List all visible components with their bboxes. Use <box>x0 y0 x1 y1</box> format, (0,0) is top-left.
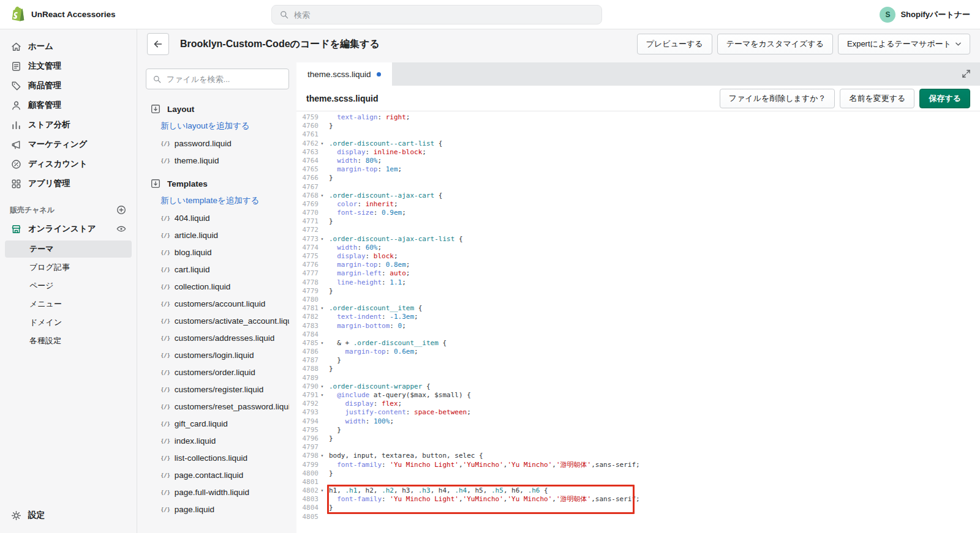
code-line[interactable]: 4797 <box>296 443 980 452</box>
code-text[interactable]: .order-discount__item { <box>326 304 422 313</box>
code-text[interactable]: margin-top: 0.8em; <box>326 261 410 269</box>
code-text[interactable]: display: block; <box>326 252 398 261</box>
tab-theme-scss-liquid[interactable]: theme.scss.liquid <box>296 62 392 86</box>
code-text[interactable]: } <box>326 356 341 365</box>
code-line[interactable]: 4780 <box>296 296 980 304</box>
code-text[interactable]: display: inline-block; <box>326 148 426 157</box>
fold-arrow-icon[interactable]: ▾ <box>318 382 326 391</box>
sidebar-item-apps[interactable]: アプリ管理 <box>5 174 132 193</box>
code-text[interactable]: h1, .h1, h2, .h2, h3, .h3, h4, .h4, h5, … <box>326 486 548 495</box>
sidebar-item-orders[interactable]: 注文管理 <box>5 57 132 75</box>
code-text[interactable]: font-family: 'Yu Mincho Light','YuMincho… <box>326 495 640 504</box>
code-text[interactable] <box>326 374 329 382</box>
code-line[interactable]: 4784 <box>296 330 980 339</box>
eye-icon[interactable] <box>116 223 127 234</box>
code-line[interactable]: 4764 width: 80%; <box>296 157 980 165</box>
code-line[interactable]: 4771} <box>296 217 980 226</box>
file-item[interactable]: {/}theme.liquid <box>146 152 289 169</box>
file-item[interactable]: {/}404.liquid <box>146 209 289 226</box>
code-line[interactable]: 4792 display: flex; <box>296 400 980 408</box>
code-line[interactable]: 4766} <box>296 174 980 182</box>
code-text[interactable]: margin-left: auto; <box>326 269 410 278</box>
add-channel-icon[interactable] <box>116 204 127 215</box>
sidebar-subitem-domains[interactable]: ドメイン <box>5 314 132 331</box>
code-text[interactable] <box>326 478 329 486</box>
code-text[interactable]: display: flex; <box>326 400 402 408</box>
code-text[interactable] <box>326 130 329 139</box>
code-line[interactable]: 4774 width: 60%; <box>296 244 980 252</box>
file-item[interactable]: {/}customers/activate_account.liquid <box>146 312 289 329</box>
code-line[interactable]: 4794 width: 100%; <box>296 417 980 426</box>
code-text[interactable]: text-indent: -1.3em; <box>326 313 418 321</box>
back-button[interactable] <box>147 33 169 55</box>
code-text[interactable]: font-size: 0.9em; <box>326 209 406 217</box>
code-text[interactable]: .order-discount--ajax-cart { <box>326 192 442 200</box>
code-line[interactable]: 4795 } <box>296 426 980 434</box>
file-item[interactable]: {/}customers/addresses.liquid <box>146 329 289 346</box>
code-line[interactable]: 4762▾.order-discount--cart-list { <box>296 140 980 148</box>
file-item[interactable]: {/}article.liquid <box>146 226 289 244</box>
code-text[interactable] <box>326 226 329 234</box>
code-line[interactable]: 4789 <box>296 374 980 382</box>
sidebar-item-customers[interactable]: 顧客管理 <box>5 96 132 114</box>
file-item[interactable]: {/}page.liquid <box>146 501 289 518</box>
fold-arrow-icon[interactable]: ▾ <box>318 486 326 495</box>
file-item[interactable]: {/}customers/register.liquid <box>146 381 289 398</box>
code-text[interactable]: width: 100%; <box>326 417 394 426</box>
preview-button[interactable]: プレビューする <box>637 34 712 54</box>
code-line[interactable]: 4768▾.order-discount--ajax-cart { <box>296 192 980 200</box>
file-item[interactable]: {/}index.liquid <box>146 432 289 449</box>
code-text[interactable]: .order-discount--cart-list { <box>326 140 442 148</box>
file-item[interactable]: {/}customers/reset_password.liquid <box>146 398 289 415</box>
code-text[interactable]: width: 60%; <box>326 244 382 252</box>
code-line[interactable]: 4776 margin-top: 0.8em; <box>296 261 980 269</box>
code-line[interactable]: 4781▾.order-discount__item { <box>296 304 980 313</box>
sidebar-item-products[interactable]: 商品管理 <box>5 76 132 95</box>
code-line[interactable]: 4793 justify-content: space-between; <box>296 408 980 417</box>
code-text[interactable]: } <box>326 217 333 226</box>
code-text[interactable]: } <box>326 122 333 130</box>
sidebar-subitem-themes[interactable]: テーマ <box>5 240 132 258</box>
code-line[interactable]: 4796} <box>296 434 980 443</box>
code-line[interactable]: 4777 margin-left: auto; <box>296 269 980 278</box>
code-text[interactable] <box>326 513 329 521</box>
code-text[interactable] <box>326 443 329 452</box>
code-text[interactable]: margin-bottom: 0; <box>326 322 406 330</box>
code-text[interactable]: justify-content: space-between; <box>326 408 471 417</box>
file-item[interactable]: {/}customers/order.liquid <box>146 363 289 381</box>
code-text[interactable]: } <box>326 434 333 443</box>
sidebar-subitem-menus[interactable]: メニュー <box>5 296 132 313</box>
code-line[interactable]: 4767 <box>296 183 980 192</box>
code-line[interactable]: 4775 display: block; <box>296 252 980 261</box>
code-text[interactable]: } <box>326 504 333 512</box>
sidebar-item-marketing[interactable]: マーケティング <box>5 135 132 154</box>
code-text[interactable]: } <box>326 426 341 434</box>
code-line[interactable]: 4799 font-family: 'Yu Mincho Light','YuM… <box>296 461 980 469</box>
code-line[interactable]: 4791▾ @include at-query($max, $small) { <box>296 391 980 400</box>
expert-support-button[interactable]: Expertによるテーマサポート <box>838 34 970 54</box>
expand-editor-icon[interactable] <box>961 69 971 79</box>
delete-file-button[interactable]: ファイルを削除しますか？ <box>720 89 835 108</box>
code-line[interactable]: 4761 <box>296 130 980 139</box>
fold-arrow-icon[interactable]: ▾ <box>318 452 326 460</box>
file-item[interactable]: {/}collection.liquid <box>146 278 289 295</box>
code-text[interactable]: text-align: right; <box>326 113 410 122</box>
sidebar-item-analytics[interactable]: ストア分析 <box>5 116 132 134</box>
code-line[interactable]: 4759 text-align: right; <box>296 113 980 122</box>
sidebar-item-online-store[interactable]: オンラインストア <box>5 220 132 238</box>
code-text[interactable] <box>326 330 329 339</box>
sidebar-item-settings[interactable]: 設定 <box>5 506 132 524</box>
code-text[interactable]: } <box>326 174 333 182</box>
code-line[interactable]: 4770 font-size: 0.9em; <box>296 209 980 217</box>
file-item[interactable]: {/}customers/account.liquid <box>146 295 289 312</box>
add-templates-link[interactable]: 新しいtemplateを追加する <box>146 192 289 209</box>
code-line[interactable]: 4769 color: inherit; <box>296 200 980 209</box>
code-text[interactable]: margin-top: 1em; <box>326 165 402 174</box>
sidebar-subitem-preferences[interactable]: 各種設定 <box>5 332 132 349</box>
file-item[interactable]: {/}blog.liquid <box>146 244 289 261</box>
code-text[interactable]: & + .order-discount__item { <box>326 339 447 348</box>
code-line[interactable]: 4801 <box>296 478 980 486</box>
code-line[interactable]: 4805 <box>296 513 980 521</box>
code-text[interactable]: width: 80%; <box>326 157 382 165</box>
user-menu[interactable]: S Shopifyパートナー <box>880 7 970 23</box>
